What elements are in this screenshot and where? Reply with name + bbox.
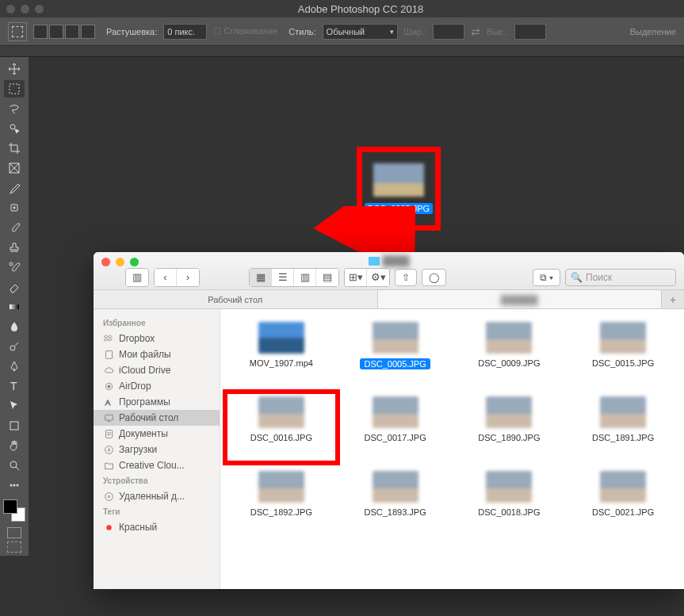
antialias-checkbox[interactable]: ☐ Сглаживание <box>213 26 277 36</box>
icon-view[interactable]: ▦ <box>250 269 272 286</box>
dragged-thumbnail[interactable] <box>373 163 424 197</box>
brush-tool[interactable] <box>4 219 25 236</box>
sidebar-item-мои-файлы[interactable]: Мои файлы <box>94 346 220 362</box>
frame-tool[interactable] <box>4 159 25 177</box>
sidebar-item-программы[interactable]: AПрограммы <box>94 394 220 410</box>
lasso-tool[interactable] <box>4 100 25 117</box>
eraser-tool[interactable] <box>4 278 25 296</box>
height-input[interactable] <box>514 24 546 40</box>
finder-window: ████ ▥ ‹ › ▦ ☰ ▥ ▤ ⊞▾ ⚙▾ ⇧ ◯ ⧉ <box>94 252 684 589</box>
finder-tab-current[interactable]: ██████ <box>378 290 663 308</box>
back-button[interactable]: ‹ <box>155 269 177 286</box>
file-item[interactable]: DSC_0015.JPG <box>567 317 679 388</box>
sidebar-item-красный[interactable]: Красный <box>94 519 220 535</box>
blur-tool[interactable] <box>4 318 25 335</box>
file-item[interactable]: DSC_0016.JPG <box>225 392 338 463</box>
file-item[interactable]: DSC_0021.JPG <box>567 466 679 538</box>
gallery-view[interactable]: ▤ <box>316 269 338 286</box>
dropbox-button[interactable]: ⧉ ▾ <box>533 269 560 286</box>
finder-tab-desktop[interactable]: Рабочий стол <box>94 290 378 308</box>
minimize-window[interactable] <box>21 5 29 13</box>
sidebar-item-label: AirDrop <box>119 381 151 392</box>
svg-point-9 <box>10 461 17 468</box>
window-controls <box>6 5 44 13</box>
sidebar-item-документы[interactable]: Документы <box>94 426 220 442</box>
swap-wh-icon[interactable]: ⇄ <box>471 25 480 38</box>
file-thumbnail <box>258 396 304 428</box>
file-thumbnail <box>486 396 532 428</box>
action-button[interactable]: ⚙▾ <box>367 269 389 286</box>
gradient-tool[interactable] <box>4 298 25 316</box>
sidebar-item-удаленный-д-[interactable]: Удаленный д... <box>94 488 220 504</box>
sidebar-item-dropbox[interactable]: Dropbox <box>94 331 220 346</box>
sidebar-item-creative-clou-[interactable]: Creative Clou... <box>94 457 220 473</box>
file-name: DSC_1891.JPG <box>592 433 654 442</box>
file-item[interactable]: DSC_0018.JPG <box>453 466 566 538</box>
dodge-tool[interactable] <box>4 338 25 355</box>
nav-back-forward: ▥ <box>125 268 149 287</box>
sidebar-item-рабочий-стол[interactable]: Рабочий стол <box>94 410 220 426</box>
file-item[interactable]: DSC_1890.JPG <box>453 392 566 463</box>
maximize-window[interactable] <box>35 5 44 13</box>
quick-select-tool[interactable] <box>4 120 25 137</box>
move-tool[interactable] <box>4 60 25 78</box>
finder-close[interactable] <box>101 258 110 266</box>
sidebar-item-airdrop[interactable]: AirDrop <box>94 378 220 394</box>
style-select[interactable]: Обычный▾ <box>323 24 398 40</box>
sidebar-toggle-icon[interactable]: ▥ <box>126 269 148 286</box>
sidebar-item-icloud-drive[interactable]: iCloud Drive <box>94 362 220 378</box>
svg-rect-18 <box>105 415 113 420</box>
file-grid[interactable]: MOV_1907.mp4DSC_0005.JPGDSC_0009.JPGDSC_… <box>220 309 684 589</box>
stamp-tool[interactable] <box>4 239 25 256</box>
crop-tool[interactable] <box>4 140 25 157</box>
new-selection-icon[interactable] <box>33 25 48 39</box>
foreground-color[interactable] <box>3 499 17 514</box>
file-item[interactable]: DSC_0009.JPG <box>453 317 566 388</box>
file-item[interactable]: DSC_1892.JPG <box>225 466 338 538</box>
search-icon: 🔍 <box>571 272 583 283</box>
column-view[interactable]: ▥ <box>294 269 316 286</box>
file-thumbnail <box>486 322 532 354</box>
path-select-tool[interactable] <box>4 397 25 415</box>
file-item[interactable]: DSC_0005.JPG <box>339 317 452 388</box>
list-view[interactable]: ☰ <box>272 269 294 286</box>
width-input[interactable] <box>433 24 464 40</box>
heal-tool[interactable] <box>4 199 25 216</box>
group-button[interactable]: ⊞▾ <box>345 269 367 286</box>
finder-maximize[interactable] <box>130 258 139 266</box>
share-button[interactable]: ⇧ <box>395 269 417 286</box>
pen-tool[interactable] <box>4 358 25 375</box>
subtract-selection-icon[interactable] <box>65 25 79 39</box>
select-mask-button[interactable]: Выделение <box>630 27 676 36</box>
boolean-ops[interactable] <box>33 25 95 39</box>
feather-input[interactable] <box>163 24 207 40</box>
finder-toolbar: ████ ▥ ‹ › ▦ ☰ ▥ ▤ ⊞▾ ⚙▾ ⇧ ◯ ⧉ <box>94 252 684 290</box>
file-item[interactable]: DSC_1891.JPG <box>567 392 679 463</box>
history-brush-tool[interactable] <box>4 258 25 276</box>
finder-title[interactable]: ████ <box>368 255 409 266</box>
file-item[interactable]: MOV_1907.mp4 <box>225 317 338 388</box>
shape-tool[interactable] <box>4 417 25 434</box>
screen-mode-icon[interactable] <box>7 541 21 553</box>
file-item[interactable]: DSC_0017.JPG <box>339 392 452 463</box>
color-swatches[interactable] <box>3 499 25 522</box>
zoom-tool[interactable] <box>4 457 25 474</box>
marquee-tool[interactable] <box>4 80 25 98</box>
forward-button[interactable]: › <box>177 269 199 286</box>
new-tab-button[interactable]: + <box>662 290 684 308</box>
finder-minimize[interactable] <box>116 258 124 266</box>
type-tool[interactable]: T <box>4 377 25 395</box>
edit-toolbar[interactable] <box>4 476 25 494</box>
file-name: DSC_0009.JPG <box>478 358 540 368</box>
quick-mask-icon[interactable] <box>7 527 21 538</box>
intersect-selection-icon[interactable] <box>81 25 95 39</box>
tags-button[interactable]: ◯ <box>422 269 446 286</box>
file-item[interactable]: DSC_1893.JPG <box>339 466 452 538</box>
sidebar-item-загрузки[interactable]: Загрузки <box>94 442 220 457</box>
tool-preset-icon[interactable] <box>8 22 27 41</box>
eyedropper-tool[interactable] <box>4 179 25 197</box>
search-field[interactable]: 🔍 Поиск <box>565 269 676 286</box>
hand-tool[interactable] <box>4 437 25 454</box>
add-selection-icon[interactable] <box>49 25 63 39</box>
close-window[interactable] <box>6 5 15 13</box>
